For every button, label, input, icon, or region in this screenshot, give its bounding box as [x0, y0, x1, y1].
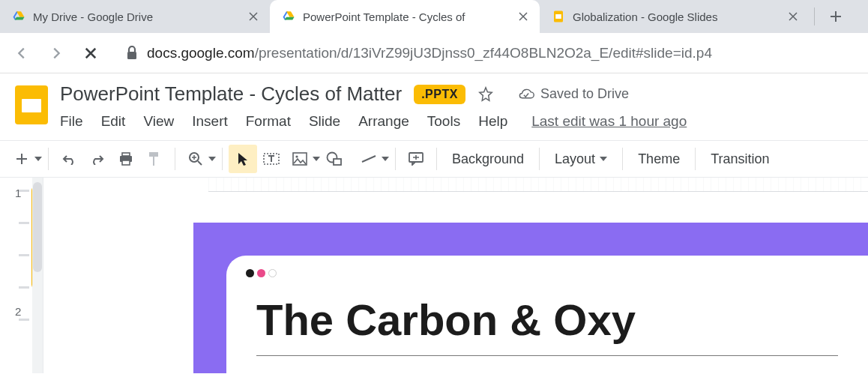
select-tool[interactable] [229, 145, 257, 173]
toolbar-divider [175, 148, 175, 170]
svg-point-13 [295, 155, 298, 157]
menu-view[interactable]: View [143, 113, 174, 130]
stop-button[interactable] [76, 39, 105, 67]
doc-title[interactable]: PowerPoint Template - Cycles of Matter [60, 82, 402, 106]
menu-insert[interactable]: Insert [192, 113, 228, 130]
cloud-check-icon [518, 88, 534, 101]
menu-slide[interactable]: Slide [309, 113, 340, 130]
svg-rect-1 [555, 14, 561, 19]
transition-button[interactable]: Transition [702, 151, 778, 167]
toolbar-divider [622, 148, 623, 170]
url-field[interactable]: docs.google.com/presentation/d/13iVrZ99j… [111, 45, 712, 61]
saved-label: Saved to Drive [540, 86, 629, 102]
slide-title[interactable]: The Carbon & Oxy [256, 295, 838, 345]
svg-rect-9 [153, 157, 154, 166]
slide-content[interactable]: The Carbon & Oxy [226, 256, 868, 373]
redo-button[interactable] [83, 145, 112, 173]
slide-frame[interactable]: The Carbon & Oxy [193, 223, 868, 373]
textbox-tool[interactable] [257, 145, 286, 173]
theme-button[interactable]: Theme [629, 151, 689, 167]
svg-rect-6 [122, 153, 130, 156]
menu-format[interactable]: Format [246, 113, 291, 130]
drive-icon [282, 10, 295, 23]
svg-rect-4 [22, 99, 41, 112]
tab-label: PowerPoint Template - Cycles of [303, 10, 510, 23]
zoom-dropdown[interactable] [208, 145, 216, 173]
undo-button[interactable] [55, 145, 83, 173]
toolbar-divider [695, 148, 696, 170]
title-underline [256, 355, 838, 356]
back-button[interactable] [7, 39, 36, 67]
menu-bar: File Edit View Insert Format Slide Arran… [60, 113, 855, 130]
pptx-badge: .PPTX [414, 85, 465, 104]
menu-edit[interactable]: Edit [101, 113, 126, 130]
forward-button[interactable] [42, 39, 70, 67]
image-dropdown[interactable] [313, 145, 320, 173]
document-header: PowerPoint Template - Cycles of Matter .… [0, 73, 868, 130]
svg-rect-8 [149, 152, 158, 157]
close-icon[interactable] [517, 10, 529, 22]
saved-to-drive[interactable]: Saved to Drive [518, 86, 629, 102]
speaker-notes-marks [19, 190, 29, 321]
lock-icon [126, 46, 138, 61]
slides-icon [552, 10, 565, 23]
toolbar-divider [436, 148, 437, 170]
comment-button[interactable] [402, 145, 430, 173]
close-icon[interactable] [247, 10, 259, 22]
horizontal-ruler[interactable] [43, 178, 868, 196]
svg-rect-2 [127, 52, 136, 59]
browser-tab[interactable]: My Drive - Google Drive [0, 0, 270, 33]
layout-button[interactable]: Layout [546, 151, 616, 167]
line-tool[interactable] [355, 145, 383, 173]
paint-format-button[interactable] [140, 145, 169, 173]
tab-label: Globalization - Google Slides [573, 10, 780, 23]
shape-tool[interactable] [320, 145, 349, 173]
address-bar: docs.google.com/presentation/d/13iVrZ99j… [0, 33, 868, 73]
toolbar-divider [222, 148, 223, 170]
canvas-area: The Carbon & Oxy [43, 178, 868, 373]
tab-label: My Drive - Google Drive [33, 10, 240, 23]
last-edit-link[interactable]: Last edit was 1 hour ago [531, 113, 687, 130]
toolbar: Background Layout Theme Transition [0, 140, 868, 178]
menu-arrange[interactable]: Arrange [358, 113, 409, 130]
browser-tab-strip: My Drive - Google Drive PowerPoint Templ… [0, 0, 868, 33]
toolbar-divider [48, 148, 49, 170]
drive-icon [12, 10, 25, 23]
svg-rect-15 [334, 159, 341, 165]
background-button[interactable]: Background [443, 151, 533, 167]
close-icon[interactable] [787, 10, 799, 22]
work-area: 1 Cycles of Matter 2 The Water Cycle • T… [0, 178, 868, 373]
menu-help[interactable]: Help [478, 113, 507, 130]
menu-file[interactable]: File [60, 113, 83, 130]
browser-tab-active[interactable]: PowerPoint Template - Cycles of [270, 0, 540, 33]
filmstrip-scrollbar[interactable] [32, 178, 43, 373]
menu-tools[interactable]: Tools [427, 113, 460, 130]
image-tool[interactable] [286, 145, 314, 173]
svg-rect-7 [122, 160, 130, 165]
toolbar-divider [395, 148, 396, 170]
zoom-button[interactable] [181, 145, 210, 173]
print-button[interactable] [112, 145, 140, 173]
new-tab-button[interactable] [819, 0, 852, 33]
window-dots-icon [246, 269, 277, 277]
toolbar-divider [539, 148, 540, 170]
slide-canvas[interactable]: The Carbon & Oxy [43, 196, 868, 373]
chevron-down-icon [600, 157, 607, 161]
new-slide-dropdown[interactable] [34, 145, 42, 173]
url-text: docs.google.com/presentation/d/13iVrZ99j… [147, 45, 712, 61]
new-slide-button[interactable] [7, 145, 36, 173]
tab-divider [814, 7, 815, 25]
line-dropdown[interactable] [382, 145, 389, 173]
star-icon[interactable] [477, 86, 494, 103]
filmstrip[interactable]: 1 Cycles of Matter 2 The Water Cycle • T… [0, 178, 43, 373]
browser-tab[interactable]: Globalization - Google Slides [540, 0, 810, 33]
slides-app-icon[interactable] [13, 82, 49, 127]
